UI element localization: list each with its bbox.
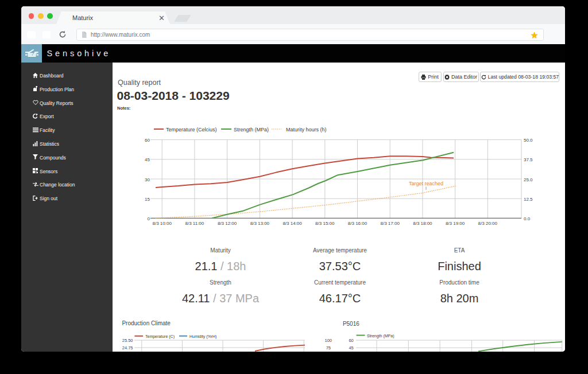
svg-text:Humidity (%rH): Humidity (%rH)	[189, 334, 216, 339]
svg-text:60: 60	[349, 338, 353, 343]
svg-text:50.0: 50.0	[524, 138, 533, 143]
svg-text:Temperature (Celcius): Temperature (Celcius)	[166, 127, 217, 133]
svg-text:0.0: 0.0	[524, 216, 531, 221]
svg-text:45: 45	[349, 345, 353, 350]
svg-text:12.5: 12.5	[524, 197, 533, 202]
svg-text:8/3 14:00: 8/3 14:00	[283, 221, 302, 226]
svg-text:24.75: 24.75	[122, 345, 133, 350]
svg-text:8/3 10:00: 8/3 10:00	[153, 221, 172, 226]
svg-text:8/3 11:00: 8/3 11:00	[185, 221, 204, 226]
svg-text:8/3 17:00: 8/3 17:00	[381, 221, 400, 226]
svg-text:Target reached: Target reached	[409, 181, 443, 186]
svg-text:37.5: 37.5	[524, 157, 533, 162]
svg-text:8/3 19:00: 8/3 19:00	[446, 221, 465, 226]
svg-text:75: 75	[326, 345, 331, 350]
svg-text:8/3 12:00: 8/3 12:00	[218, 221, 237, 226]
svg-text:8/3 13:00: 8/3 13:00	[250, 221, 270, 226]
svg-text:15: 15	[145, 197, 150, 202]
svg-text:45: 45	[145, 157, 150, 162]
svg-text:30: 30	[145, 177, 150, 182]
svg-text:8/3 20:00: 8/3 20:00	[478, 221, 498, 226]
svg-text:Strength (MPa): Strength (MPa)	[234, 127, 269, 133]
svg-text:25.0: 25.0	[524, 177, 533, 182]
svg-text:8/3 18:00: 8/3 18:00	[413, 221, 432, 226]
svg-text:8/3 16:00: 8/3 16:00	[348, 221, 368, 226]
svg-text:0: 0	[148, 216, 150, 221]
svg-text:25.50: 25.50	[122, 338, 133, 343]
svg-text:60: 60	[145, 138, 150, 143]
svg-text:8/3 15:00: 8/3 15:00	[315, 221, 335, 226]
svg-text:Maturity hours (h): Maturity hours (h)	[286, 127, 327, 133]
svg-text:Temperature (C): Temperature (C)	[145, 334, 175, 339]
svg-text:Strength (MPa): Strength (MPa)	[367, 334, 394, 338]
svg-text:100: 100	[324, 338, 332, 343]
